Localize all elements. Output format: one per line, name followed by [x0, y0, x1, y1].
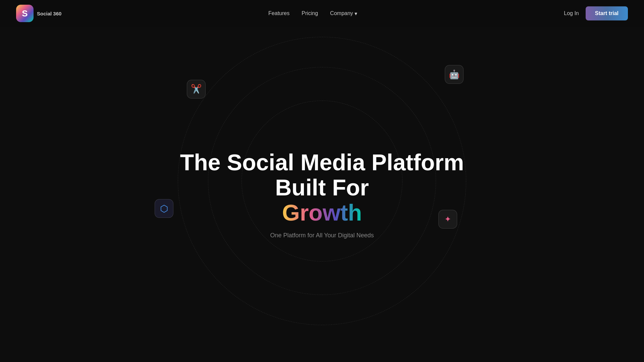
hero-title-line1: The Social Media Platform: [180, 149, 464, 175]
nav-company-dropdown[interactable]: Company ▾: [330, 10, 357, 17]
nav-pricing[interactable]: Pricing: [302, 10, 318, 16]
hero-section: ✂️ 🤖 ⬡ ✦ The Social Media Platform Built…: [0, 0, 644, 362]
nav-features[interactable]: Features: [268, 10, 289, 16]
navbar: S Social 360 Features Pricing Company ▾ …: [0, 0, 644, 27]
ai-floating-icon: 🤖: [445, 65, 464, 84]
hero-content: The Social Media Platform Built For Grow…: [180, 150, 464, 239]
logo-text: Social 360: [37, 11, 61, 16]
nav-links: Features Pricing Company ▾: [268, 10, 357, 17]
scissors-floating-icon: ✂️: [187, 80, 206, 99]
hero-title: The Social Media Platform Built For Grow…: [180, 150, 464, 225]
login-button[interactable]: Log In: [564, 10, 579, 16]
logo-link[interactable]: S Social 360: [16, 5, 61, 22]
hero-title-line2: Built For: [275, 175, 369, 200]
sparkle-floating-icon: ✦: [438, 210, 457, 229]
chevron-down-icon: ▾: [355, 10, 357, 17]
nav-right: Log In Start trial: [564, 6, 628, 20]
hero-subtitle: One Platform for All Your Digital Needs: [180, 232, 464, 239]
chip-floating-icon: ⬡: [155, 199, 173, 218]
hero-title-gradient: Growth: [282, 200, 362, 225]
start-trial-button[interactable]: Start trial: [586, 6, 628, 20]
logo-icon: S: [16, 5, 34, 22]
